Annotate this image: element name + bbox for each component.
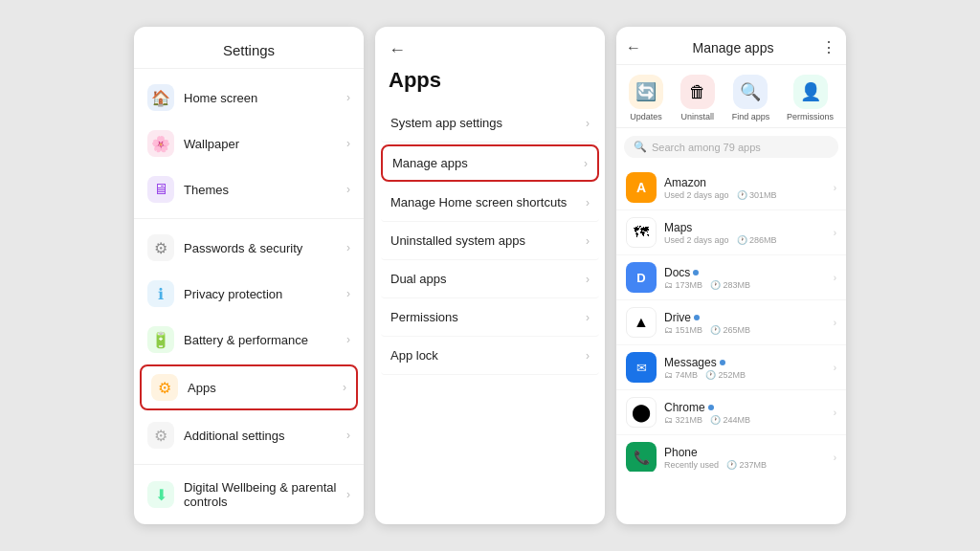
chevron-icon: › <box>834 273 836 283</box>
sidebar-item-home-screen[interactable]: 🏠 Home screen › <box>134 75 364 121</box>
messages-meta: 🗂 74MB 🕐 252MB <box>664 370 834 380</box>
divider <box>134 218 364 219</box>
find-apps-icon: 🔍 <box>733 75 768 109</box>
menu-item-label: Dual apps <box>390 272 586 286</box>
sidebar-item-battery[interactable]: 🔋 Battery & performance › <box>134 317 364 363</box>
app-item-amazon[interactable]: A Amazon Used 2 days ago 🕐 301MB › <box>616 165 846 210</box>
sidebar-item-apps[interactable]: ⚙ Apps › <box>140 364 358 410</box>
sidebar-item-privacy[interactable]: ℹ Privacy protection › <box>134 271 364 317</box>
chrome-meta: 🗂 321MB 🕐 244MB <box>664 415 834 425</box>
menu-item-label: System app settings <box>390 116 586 130</box>
app-item-messages[interactable]: ✉ Messages 🗂 74MB 🕐 252MB › <box>616 345 846 390</box>
app-item-maps[interactable]: 🗺 Maps Used 2 days ago 🕐 286MB › <box>616 210 846 255</box>
wellbeing-icon: ⬇ <box>147 481 174 508</box>
menu-item-manage-home-screen[interactable]: Manage Home screen shortcuts › <box>381 184 599 222</box>
menu-item-dual-apps[interactable]: Dual apps › <box>381 260 599 298</box>
drive-info: Drive 🗂 151MB 🕐 265MB <box>664 311 834 335</box>
phone-info: Phone Recently used 🕐 237MB <box>664 446 834 470</box>
permissions-icon: 👤 <box>793 75 828 109</box>
messages-name: Messages <box>664 356 834 369</box>
sidebar-item-themes[interactable]: 🖥 Themes › <box>134 166 364 212</box>
sidebar-item-label: Privacy protection <box>184 287 346 301</box>
chevron-icon: › <box>343 381 346 394</box>
docs-meta: 🗂 173MB 🕐 283MB <box>664 280 834 290</box>
chrome-info: Chrome 🗂 321MB 🕐 244MB <box>664 401 834 425</box>
apps-icon: ⚙ <box>151 374 178 401</box>
menu-item-system-app-settings[interactable]: System app settings › <box>381 104 599 143</box>
amazon-name: Amazon <box>664 176 834 189</box>
chrome-icon: ⬤ <box>626 397 657 428</box>
more-options-button[interactable]: ⋮ <box>821 38 836 56</box>
updates-label: Updates <box>630 112 662 121</box>
amazon-info: Amazon Used 2 days ago 🕐 301MB <box>664 176 834 200</box>
quick-action-uninstall[interactable]: 🗑 Uninstall <box>680 75 715 121</box>
quick-action-permissions[interactable]: 👤 Permissions <box>787 75 834 121</box>
sidebar-item-label: Wallpaper <box>184 137 346 151</box>
sidebar-item-label: Home screen <box>184 91 346 105</box>
phone-meta: Recently used 🕐 237MB <box>664 460 834 470</box>
sidebar-item-label: Themes <box>184 183 346 197</box>
additional-icon: ⚙ <box>147 422 174 449</box>
menu-item-label: Uninstalled system apps <box>390 233 586 248</box>
uninstall-label: Uninstall <box>681 112 715 121</box>
messages-icon: ✉ <box>626 352 657 383</box>
chevron-icon: › <box>834 183 836 193</box>
phone-name: Phone <box>664 446 834 459</box>
search-bar[interactable]: 🔍 Search among 79 apps <box>624 136 838 158</box>
chevron-icon: › <box>346 137 350 150</box>
maps-icon: 🗺 <box>626 217 657 248</box>
sidebar-item-wellbeing[interactable]: ⬇ Digital Wellbeing & parental controls … <box>134 471 364 518</box>
messages-info: Messages 🗂 74MB 🕐 252MB <box>664 356 834 380</box>
menu-item-permissions[interactable]: Permissions › <box>381 298 599 337</box>
sidebar-item-wallpaper[interactable]: 🌸 Wallpaper › <box>134 121 364 166</box>
chevron-icon: › <box>346 287 350 300</box>
chevron-icon: › <box>586 349 590 363</box>
update-indicator <box>708 405 714 410</box>
sidebar-item-special[interactable]: 🔮 Special features › <box>134 518 364 524</box>
update-indicator <box>720 360 725 365</box>
menu-item-label: Manage Home screen shortcuts <box>390 195 586 209</box>
privacy-icon: ℹ <box>147 280 174 307</box>
app-item-docs[interactable]: D Docs 🗂 173MB 🕐 283MB › <box>616 255 846 300</box>
chevron-icon: › <box>586 311 590 324</box>
chevron-icon: › <box>834 452 836 463</box>
sidebar-item-additional[interactable]: ⚙ Additional settings › <box>134 412 364 458</box>
updates-icon: 🔄 <box>629 75 663 109</box>
menu-item-uninstalled-system[interactable]: Uninstalled system apps › <box>381 222 599 260</box>
back-button[interactable]: ← <box>389 40 406 60</box>
chevron-icon: › <box>346 333 350 346</box>
docs-info: Docs 🗂 173MB 🕐 283MB <box>664 266 834 290</box>
password-icon: ⚙ <box>147 234 174 261</box>
sidebar-item-passwords[interactable]: ⚙ Passwords & security › <box>134 225 364 271</box>
docs-name: Docs <box>664 266 834 279</box>
drive-icon: ▲ <box>626 307 657 338</box>
quick-actions-bar: 🔄 Updates 🗑 Uninstall 🔍 Find apps 👤 Perm… <box>616 65 846 128</box>
chevron-icon: › <box>586 117 590 130</box>
sidebar-item-label: Passwords & security <box>184 241 346 255</box>
quick-action-find-apps[interactable]: 🔍 Find apps <box>732 75 770 121</box>
sidebar-item-label: Apps <box>188 381 343 395</box>
chevron-icon: › <box>834 363 836 373</box>
find-apps-label: Find apps <box>732 112 770 121</box>
update-indicator <box>693 270 699 276</box>
app-item-chrome[interactable]: ⬤ Chrome 🗂 321MB 🕐 244MB › <box>616 390 846 435</box>
menu-item-app-lock[interactable]: App lock › <box>381 337 599 375</box>
maps-name: Maps <box>664 221 834 234</box>
app-item-drive[interactable]: ▲ Drive 🗂 151MB 🕐 265MB › <box>616 300 846 345</box>
chevron-icon: › <box>346 429 350 442</box>
back-button[interactable]: ← <box>626 39 641 56</box>
menu-item-label: Permissions <box>390 310 586 324</box>
quick-action-updates[interactable]: 🔄 Updates <box>629 75 663 121</box>
permissions-label: Permissions <box>787 112 834 121</box>
uninstall-icon: 🗑 <box>680 75 715 109</box>
chevron-icon: › <box>586 196 590 209</box>
menu-item-label: App lock <box>390 348 586 363</box>
wallpaper-icon: 🌸 <box>147 130 174 157</box>
battery-icon: 🔋 <box>147 326 174 353</box>
app-item-phone[interactable]: 📞 Phone Recently used 🕐 237MB › <box>616 435 846 472</box>
settings-list: 🏠 Home screen › 🌸 Wallpaper › 🖥 Themes ›… <box>134 69 364 524</box>
menu-item-manage-apps[interactable]: Manage apps › <box>381 144 599 182</box>
home-icon: 🏠 <box>147 84 174 111</box>
phone-icon: 📞 <box>626 442 657 472</box>
divider <box>134 464 364 465</box>
